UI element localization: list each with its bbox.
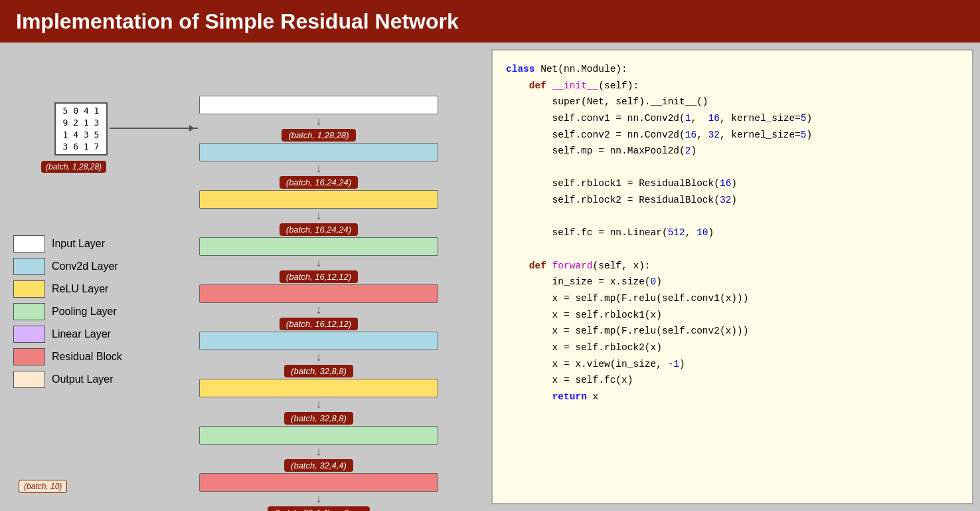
legend-box-output (13, 371, 45, 388)
legend-conv: Conv2d Layer (13, 258, 122, 275)
code-line-1: class Net(nn.Module): (506, 61, 959, 78)
main-content: 5 0 4 19 2 1 31 4 3 53 6 1 7 (batch, 1,2… (0, 43, 980, 511)
code-line-6: self.mp = nn.MaxPool2d(2) (506, 143, 959, 159)
layer-input (199, 96, 438, 114)
page-header: Implementation of Simple Residual Networ… (0, 0, 980, 43)
diagram-area: 5 0 4 19 2 1 31 4 3 53 6 1 7 (batch, 1,2… (7, 49, 498, 511)
layer-conv1 (199, 143, 438, 161)
legend-box-residual (13, 348, 45, 365)
app-container: Implementation of Simple Residual Networ… (0, 0, 980, 511)
layer-relu1 (199, 190, 438, 209)
legend-label-linear: Linear Layer (52, 328, 111, 340)
arrow-5: ↓ (316, 304, 322, 316)
code-line-10 (506, 209, 959, 225)
network-column: ↓ (batch, 1,28,28) ↓ (batch, 16,24,24) ↓… (199, 96, 438, 511)
arrow-1: ↓ (316, 115, 322, 127)
code-line-15: x = self.mp(F.relu(self.conv1(x))) (506, 290, 959, 307)
shape-1: (batch, 1,28,28) (282, 129, 355, 142)
legend-label-output: Output Layer (52, 373, 114, 385)
code-line-4: self.conv1 = nn.Conv2d(1, 16, kernel_siz… (506, 110, 959, 127)
diagram-panel: 5 0 4 19 2 1 31 4 3 53 6 1 7 (batch, 1,2… (0, 43, 491, 511)
shape-3: (batch, 16,24,24) (280, 223, 358, 236)
legend-label-input: Input Layer (52, 238, 105, 250)
legend-box-input (13, 235, 45, 253)
layer-residual2 (199, 473, 438, 492)
code-line-11: self.fc = nn.Linear(512, 10) (506, 225, 959, 241)
legend: Input Layer Conv2d Layer ReLU Layer Pool… (13, 235, 122, 388)
shape-4: (batch, 16,12,12) (280, 270, 358, 283)
layer-relu2 (199, 379, 438, 397)
input-shape-label: (batch, 1,28,28) (41, 161, 106, 173)
legend-box-linear (13, 326, 45, 343)
input-image: 5 0 4 19 2 1 31 4 3 53 6 1 7 (54, 102, 108, 155)
code-line-19: x = x.view(in_size, -1) (506, 356, 959, 373)
legend-relu: ReLU Layer (13, 280, 122, 298)
shape-9: (batch, 32,4,4) → (ba... (268, 506, 370, 511)
legend-box-conv (13, 258, 45, 275)
input-arrow (110, 128, 198, 129)
code-line-18: x = self.rblock2(x) (506, 340, 959, 356)
code-line-16: x = self.rblock1(x) (506, 307, 959, 324)
shape-8: (batch, 32,4,4) (284, 459, 353, 472)
legend-label-conv: Conv2d Layer (52, 260, 118, 272)
arrow-2: ↓ (316, 162, 322, 174)
code-line-14: in_size = x.size(0) (506, 274, 959, 290)
arrow-9: ↓ (316, 492, 322, 504)
code-line-8: self.rblock1 = ResidualBlock(16) (506, 175, 959, 192)
arrow-3: ↓ (316, 209, 322, 221)
legend-label-residual: Residual Block (52, 351, 122, 363)
code-line-20: x = self.fc(x) (506, 372, 959, 389)
arrow-6: ↓ (316, 351, 322, 363)
code-line-17: x = self.mp(F.relu(self.conv2(x))) (506, 323, 959, 340)
legend-residual: Residual Block (13, 348, 122, 365)
layer-conv2 (199, 332, 438, 350)
code-line-9: self.rblock2 = ResidualBlock(32) (506, 192, 959, 209)
legend-input: Input Layer (13, 235, 122, 253)
arrow-8: ↓ (316, 445, 322, 457)
code-line-7 (506, 159, 959, 176)
shape-5: (batch, 16,12,12) (280, 318, 358, 330)
layer-pool1 (199, 237, 438, 256)
code-line-21: return x (506, 389, 959, 405)
code-line-3: super(Net, self).__init__() (506, 94, 959, 110)
code-line-2: def __init__(self): (506, 78, 959, 94)
legend-label-relu: ReLU Layer (52, 283, 108, 295)
legend-linear: Linear Layer (13, 326, 122, 343)
arrow-4: ↓ (316, 256, 322, 268)
shape-2: (batch, 16,24,24) (280, 176, 358, 189)
legend-box-relu (13, 280, 45, 298)
code-panel: class Net(nn.Module): def __init__(self)… (491, 49, 973, 504)
code-line-5: self.conv2 = nn.Conv2d(16, 32, kernel_si… (506, 127, 959, 144)
legend-box-pool (13, 303, 45, 320)
arrow-7: ↓ (316, 398, 322, 410)
shape-6: (batch, 32,8,8) (284, 365, 353, 377)
legend-label-pool: Pooling Layer (52, 306, 117, 318)
output-shape-label: (batch, 10) (19, 480, 67, 493)
page-title: Implementation of Simple Residual Networ… (16, 9, 459, 34)
layer-residual1 (199, 284, 438, 303)
legend-pool: Pooling Layer (13, 303, 122, 320)
layer-pool2 (199, 426, 438, 445)
legend-output: Output Layer (13, 371, 122, 388)
code-line-13: def forward(self, x): (506, 258, 959, 274)
shape-7: (batch, 32,8,8) (284, 412, 353, 425)
code-line-12 (506, 241, 959, 258)
